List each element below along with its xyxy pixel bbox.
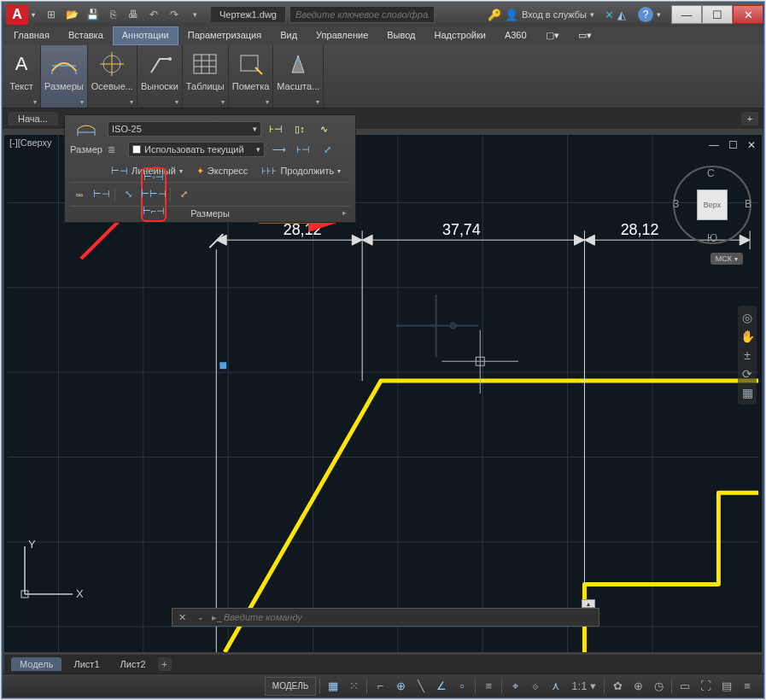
cmdline-options-icon[interactable]: ⌄	[191, 613, 210, 621]
status-annoscale-icon[interactable]: ⋏	[547, 677, 565, 696]
dim-extra4-icon[interactable]: ⤢	[174, 186, 193, 203]
file-tab-start[interactable]: Нача...	[8, 112, 58, 125]
status-workspace-icon[interactable]: ◷	[649, 677, 668, 696]
dim-tool6-icon[interactable]: ⤢	[318, 141, 336, 158]
dim-tool2-icon[interactable]: ▯↕	[290, 120, 309, 137]
status-lineweight-icon[interactable]: ≡	[479, 677, 498, 696]
menu-view[interactable]: Вид	[271, 26, 307, 45]
menu-manage[interactable]: Управление	[307, 26, 377, 45]
status-osnap-icon[interactable]: ∠	[432, 677, 451, 696]
ribbon-centerlines[interactable]: Осевые... ▾	[88, 45, 137, 108]
dim-panel-footer[interactable]: Размеры	[70, 206, 350, 220]
qat-open-icon[interactable]: 📂	[62, 5, 81, 24]
status-monitor-icon[interactable]: ▭	[675, 677, 694, 696]
menu-home[interactable]: Главная	[4, 26, 59, 45]
help-icon[interactable]: ?	[638, 7, 653, 22]
nav-orbit-icon[interactable]: ⟳	[740, 365, 755, 382]
dim-extra2-icon[interactable]: ⊢⊣	[92, 186, 111, 203]
layout-tab-sheet1[interactable]: Лист1	[65, 657, 108, 671]
status-plus-icon[interactable]: ⊕	[629, 677, 647, 696]
autodesk-icon[interactable]: ◭	[617, 9, 626, 21]
status-grid-icon[interactable]: ▦	[324, 677, 342, 696]
command-input[interactable]	[224, 612, 599, 622]
status-iso-icon[interactable]: ╲	[412, 677, 430, 696]
dim-extra3-icon[interactable]: ⤡	[119, 186, 137, 203]
nav-zoom-icon[interactable]: ±	[740, 347, 755, 364]
status-hardware-icon[interactable]: ⛶	[696, 677, 716, 696]
qat-print-icon[interactable]: 🖶	[124, 5, 143, 24]
user-icon[interactable]: 👤	[505, 9, 518, 21]
cmdline-expand-button[interactable]: ▴	[582, 599, 595, 608]
layout-tab-sheet2[interactable]: Лист2	[112, 657, 155, 671]
status-customize-icon[interactable]: ≡	[738, 677, 757, 696]
status-scale-label[interactable]: 1:1 ▾	[567, 677, 600, 696]
dim-layer-select[interactable]: Использовать текущий▾	[128, 142, 265, 157]
dim-continue-button[interactable]: ⊦⊦⊦ Продолжить ▾	[256, 161, 346, 180]
status-cycle-icon[interactable]: ⟐	[526, 677, 545, 696]
qat-new-icon[interactable]: ⊞	[42, 5, 61, 24]
viewport-minimize-icon[interactable]: —	[707, 138, 721, 152]
coordinate-system-badge[interactable]: МСК▾	[710, 253, 743, 265]
menu-parametrize[interactable]: Параметризация	[178, 26, 271, 45]
layout-tab-model[interactable]: Модель	[11, 657, 61, 671]
dim-tool5-icon[interactable]: ⊦⊣	[294, 141, 313, 158]
menu-insert[interactable]: Вставка	[59, 26, 113, 45]
dim-style-select[interactable]: ISO-25▾	[108, 121, 261, 137]
nav-wheel-icon[interactable]: ◎	[740, 309, 755, 326]
menu-ext1-icon[interactable]: ▢▾	[536, 26, 569, 45]
viewport-close-icon[interactable]: ✕	[745, 138, 758, 152]
qat-saveas-icon[interactable]: ⎘	[103, 5, 122, 24]
menu-annotations[interactable]: Аннотации	[113, 26, 178, 45]
ribbon-dimensions[interactable]: Размеры ▾	[41, 45, 88, 108]
ribbon-leaders[interactable]: Выноски ▾	[137, 45, 183, 108]
qat-redo-icon[interactable]: ↷	[165, 5, 184, 24]
qat-save-icon[interactable]: 💾	[83, 5, 102, 24]
file-tab-add-button[interactable]: +	[741, 112, 758, 125]
viewport-maximize-icon[interactable]: ☐	[726, 138, 740, 152]
status-clean-icon[interactable]: ▤	[717, 677, 736, 696]
dim-tool1-icon[interactable]: ⊦⊣	[266, 120, 285, 137]
menu-output[interactable]: Вывод	[377, 26, 424, 45]
dim-express-button[interactable]: ✦ Экспресс	[191, 161, 254, 180]
app-logo[interactable]: A	[6, 4, 28, 25]
status-polar-icon[interactable]: ⊕	[391, 677, 410, 696]
window-minimize-button[interactable]: —	[671, 5, 702, 24]
ribbon-text[interactable]: A Текст ▾	[3, 45, 41, 108]
menu-ext2-icon[interactable]: ▭▾	[569, 26, 601, 45]
layout-tab-add-button[interactable]: +	[158, 657, 172, 671]
signin-dropdown-icon[interactable]: ▾	[590, 10, 594, 19]
window-maximize-button[interactable]: ☐	[702, 5, 733, 24]
status-transparency-icon[interactable]: ⌖	[506, 677, 524, 696]
search-input[interactable]	[289, 6, 435, 23]
viewcube-face[interactable]: Верх	[697, 190, 728, 220]
command-line[interactable]: ✕ ⌄ ▸_	[172, 608, 599, 627]
status-snap-icon[interactable]: ⁙	[344, 677, 363, 696]
nav-showmotion-icon[interactable]: ▦	[740, 384, 755, 401]
qat-undo-icon[interactable]: ↶	[144, 5, 163, 24]
ribbon-markup[interactable]: Пометка ▾	[229, 45, 274, 108]
dim-tool3-icon[interactable]: ∿	[314, 120, 333, 137]
window-close-button[interactable]: ✕	[733, 5, 763, 24]
dim-space-icon[interactable]: ⊢⊢⊣	[144, 186, 163, 203]
viewport-label[interactable]: [-][Сверху	[9, 137, 52, 148]
dim-tool4-icon[interactable]: ⟶	[270, 141, 289, 158]
qat-more-icon[interactable]: ▾	[185, 5, 204, 24]
ribbon-scale[interactable]: Масшта... ▾	[273, 45, 324, 108]
dim-break-icon[interactable]: ⊢◦⊣	[144, 169, 163, 186]
signin-link[interactable]: Вход в службы	[522, 9, 587, 20]
status-model-button[interactable]: МОДЕЛЬ	[265, 677, 316, 696]
help-dropdown-icon[interactable]: ▾	[657, 10, 661, 19]
menu-addons[interactable]: Надстройки	[425, 26, 495, 45]
document-tab[interactable]: Чертеж1.dwg	[211, 7, 286, 22]
ribbon-tables[interactable]: Таблицы ▾	[183, 45, 229, 108]
status-ortho-icon[interactable]: ⌐	[371, 677, 389, 696]
cmdline-close-icon[interactable]: ✕	[172, 612, 191, 623]
status-otrack-icon[interactable]: ▫	[453, 677, 471, 696]
status-gear-icon[interactable]: ✿	[608, 677, 627, 696]
viewcube[interactable]: Верх С В Ю З	[673, 166, 751, 244]
dim-extra1-icon[interactable]: ▫▫	[70, 186, 89, 203]
menu-a360[interactable]: A360	[495, 26, 536, 45]
exchange-icon[interactable]: ✕	[605, 9, 614, 21]
nav-pan-icon[interactable]: ✋	[740, 328, 755, 345]
signin-icon[interactable]: 🔑	[488, 9, 501, 21]
